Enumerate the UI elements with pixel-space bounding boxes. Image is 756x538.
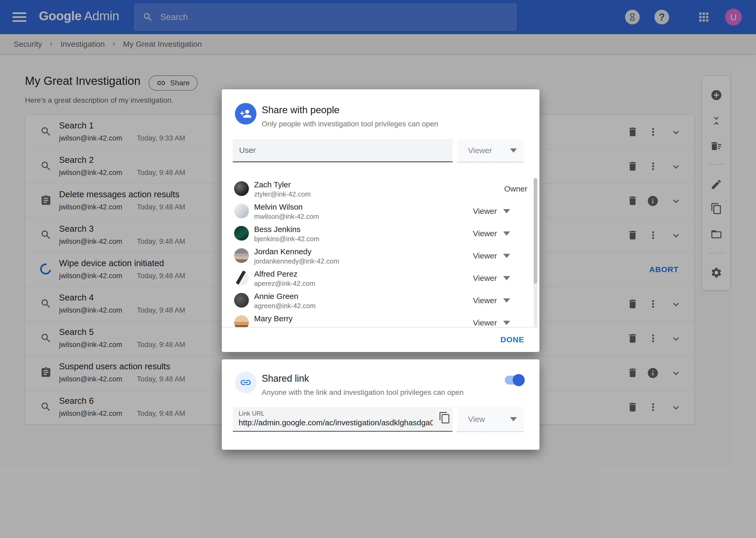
dialog-divider [222, 327, 540, 328]
dialog-title: Shared link [262, 373, 309, 384]
avatar [234, 204, 249, 218]
scrollbar-thumb[interactable] [534, 178, 537, 284]
copy-link-button[interactable] [438, 411, 451, 424]
avatar [234, 293, 249, 308]
done-button[interactable]: DONE [500, 335, 524, 344]
person-email: bjenkins@ink-42.com [254, 235, 319, 243]
person-name: Melvin Wilson [254, 202, 303, 211]
link-url-label: Link URL [239, 410, 264, 417]
people-list-scrollbar[interactable] [534, 178, 537, 327]
avatar [234, 226, 249, 241]
avatar [234, 315, 249, 327]
dropdown-caret-icon [510, 148, 517, 153]
dropdown-caret-icon [503, 276, 510, 280]
people-list: Zach Tyler ztyler@ink-42.com Owner Melvi… [222, 178, 540, 327]
person-row: Mary Berry Viewer [222, 312, 540, 327]
person-name: Alfred Perez [254, 270, 298, 279]
dropdown-caret-icon [503, 298, 510, 303]
person-role-dropdown[interactable]: Viewer [473, 207, 510, 216]
person-role-dropdown[interactable]: Viewer [473, 274, 510, 283]
user-input[interactable] [233, 139, 452, 162]
person-role: Owner [504, 185, 527, 193]
person-name: Zach Tyler [254, 180, 291, 189]
dialog-subtitle: Only people with investigation tool priv… [262, 120, 438, 128]
person-role-dropdown[interactable]: Viewer [473, 296, 510, 305]
dropdown-caret-icon [503, 254, 510, 258]
person-row: Jordan Kennedy jordankennedy@ink-42.com … [222, 245, 540, 267]
dropdown-caret-icon [503, 209, 510, 213]
link-url-field: Link URL [233, 407, 452, 432]
person-name: Bess Jenkins [254, 225, 301, 234]
share-with-people-dialog: Share with people Only people with inves… [222, 89, 540, 352]
view-dropdown[interactable]: View [457, 407, 524, 432]
link-url-input[interactable] [239, 418, 433, 427]
avatar [234, 181, 249, 196]
toggle-knob [513, 374, 525, 386]
person-role-dropdown[interactable]: Viewer [473, 229, 510, 238]
view-dropdown-value: View [468, 415, 485, 424]
person-name: Jordan Kennedy [254, 247, 311, 256]
person-add-icon [235, 103, 257, 125]
person-email: mwilson@ink-42.com [254, 213, 319, 221]
person-role-dropdown[interactable]: Viewer [473, 251, 510, 260]
dropdown-caret-icon [503, 232, 510, 236]
person-row: Zach Tyler ztyler@ink-42.com Owner [222, 178, 540, 200]
person-name: Mary Berry [254, 314, 293, 323]
dialog-title: Share with people [262, 105, 339, 116]
copy-icon [438, 411, 451, 424]
role-dropdown-value: Viewer [468, 146, 492, 155]
link-icon [235, 372, 257, 393]
person-email: agreen@ink-42.com [254, 302, 316, 310]
person-role-dropdown[interactable]: Viewer [473, 318, 510, 327]
person-email: aperez@ink-42.com [254, 280, 315, 288]
person-row: Annie Green agreen@ink-42.com Viewer [222, 290, 540, 312]
person-row: Melvin Wilson mwilson@ink-42.com Viewer [222, 200, 540, 223]
shared-link-dialog: Shared link Anyone with the link and inv… [222, 359, 540, 450]
person-email: ztyler@ink-42.com [254, 190, 311, 198]
person-row: Alfred Perez aperez@ink-42.com Viewer [222, 267, 540, 290]
person-email: jordankennedy@ink-42.com [254, 257, 339, 265]
person-row: Bess Jenkins bjenkins@ink-42.com Viewer [222, 223, 540, 245]
dropdown-caret-icon [510, 417, 517, 421]
dialog-subtitle: Anyone with the link and investigation t… [262, 388, 464, 397]
shared-link-toggle[interactable] [505, 376, 523, 385]
person-name: Annie Green [254, 292, 298, 301]
avatar [234, 248, 249, 263]
avatar [234, 271, 249, 285]
dropdown-caret-icon [503, 321, 510, 325]
role-dropdown[interactable]: Viewer [457, 139, 524, 162]
